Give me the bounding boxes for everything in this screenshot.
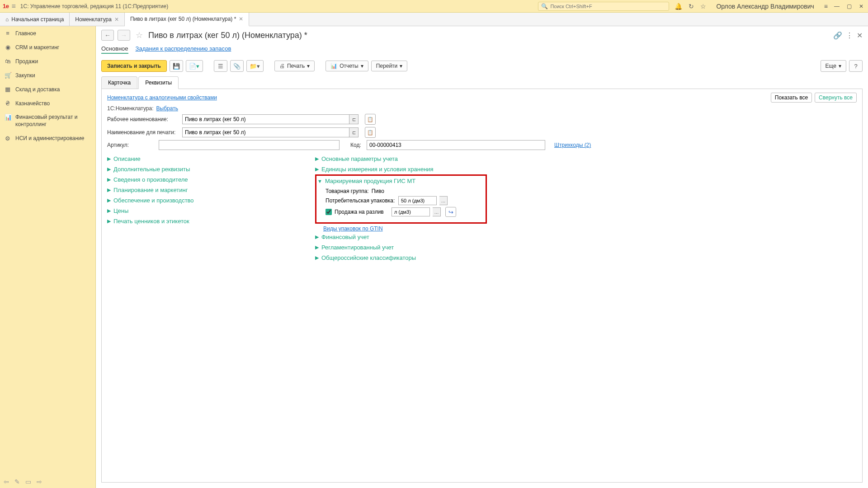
tab-beer-keg[interactable]: Пиво в литрах (кег 50 л) (Номенклатура) … <box>125 13 249 26</box>
goto-button[interactable]: Перейти▾ <box>371 61 408 71</box>
help-button[interactable]: ? <box>849 60 863 72</box>
content-header: ← → ☆ Пиво в литрах (кег 50 л) (Номенкла… <box>96 26 868 42</box>
on-tap-input[interactable] <box>392 207 430 216</box>
group-accounting-params[interactable]: ▶Основные параметры учета <box>315 154 487 164</box>
dropdown-icon[interactable]: ⊏ <box>349 114 359 124</box>
show-all-button[interactable]: Показать все <box>771 93 812 103</box>
sidebar-item-sales[interactable]: 🛍Продажи <box>0 54 95 68</box>
settings-icon[interactable]: ≡ <box>824 3 828 10</box>
gtin-packs-link[interactable]: Виды упаковок по GTIN <box>323 225 383 232</box>
main-menu-icon[interactable]: ≡ <box>11 2 15 10</box>
group-marking[interactable]: ▼Маркируемая продукция ГИС МТ <box>317 176 482 186</box>
marking-highlight-box: ▼Маркируемая продукция ГИС МТ Товарная г… <box>315 174 487 224</box>
group-prices[interactable]: ▶Цены <box>107 206 297 216</box>
collapse-all-button[interactable]: Свернуть все <box>815 93 857 103</box>
money-icon: ₴ <box>5 100 11 107</box>
copy-work-name-button[interactable]: 📋 <box>365 114 376 125</box>
chevron-right-icon: ▶ <box>107 166 111 172</box>
chevron-right-icon: ▶ <box>315 255 319 261</box>
group-print-labels[interactable]: ▶Печать ценников и этикеток <box>107 216 297 226</box>
close-button[interactable]: ✕ <box>857 2 865 10</box>
close-page-icon[interactable]: ✕ <box>857 31 863 40</box>
group-units-storage[interactable]: ▶Единицы измерения и условия хранения <box>315 164 487 174</box>
nav-back-button[interactable]: ← <box>101 30 114 41</box>
group-extra-requisites[interactable]: ▶Дополнительные реквизиты <box>107 164 297 174</box>
work-name-input[interactable] <box>182 114 349 124</box>
chevron-right-icon: ▶ <box>315 166 319 172</box>
article-input[interactable] <box>159 140 340 150</box>
titlebar: 1e ≡ 1С: Управление торговлей, редакция … <box>0 0 868 13</box>
sidebar-item-main[interactable]: ≡Главное <box>0 26 95 40</box>
sidebar-item-admin[interactable]: ⚙НСИ и администрирование <box>0 131 95 146</box>
search-input[interactable] <box>550 4 666 9</box>
forward-icon[interactable]: ⇨ <box>37 478 42 485</box>
history-icon[interactable]: ↻ <box>689 3 694 10</box>
page-subtabs: Основное Задания к распределению запасов <box>96 42 868 57</box>
dropdown-icon[interactable]: ⊏ <box>349 127 359 137</box>
group-description[interactable]: ▶Описание <box>107 154 297 164</box>
create-based-on-button[interactable]: 📄▾ <box>186 60 203 72</box>
attach-button[interactable]: 📎 <box>230 60 244 72</box>
consumer-pack-input[interactable] <box>398 196 437 205</box>
target-icon: ◉ <box>5 44 11 51</box>
group-manufacturer[interactable]: ▶Сведения о производителе <box>107 174 297 185</box>
details-body: Номенклатура с аналогичными свойствами П… <box>101 89 863 483</box>
dots-icon[interactable]: … <box>433 207 441 216</box>
back-icon[interactable]: ⇦ <box>4 478 9 485</box>
search-icon: 🔍 <box>541 3 548 9</box>
maximize-button[interactable]: ▢ <box>845 2 854 10</box>
tab-requisites[interactable]: Реквизиты <box>138 76 179 89</box>
close-icon[interactable]: ✕ <box>239 16 243 22</box>
nav-forward-button[interactable]: → <box>118 30 130 41</box>
chevron-right-icon: ▶ <box>107 156 111 162</box>
sidebar-item-finance[interactable]: 📊Финансовый результат и контроллинг <box>0 110 95 131</box>
search-box[interactable]: 🔍 <box>538 2 669 11</box>
group-supply-production[interactable]: ▶Обеспечение и производство <box>107 195 297 206</box>
on-tap-label: Продажа на разлив <box>335 209 389 215</box>
detail-tabs: Карточка Реквизиты <box>101 76 863 89</box>
close-icon[interactable]: ✕ <box>114 16 119 23</box>
save-button[interactable]: 💾 <box>170 60 183 72</box>
sidebar-item-warehouse[interactable]: ▦Склад и доставка <box>0 82 95 96</box>
bell-icon[interactable]: 🔔 <box>675 3 682 10</box>
print-name-input[interactable] <box>182 127 349 137</box>
window-icon[interactable]: ▭ <box>25 478 31 485</box>
subtab-stock-tasks[interactable]: Задания к распределению запасов <box>136 44 231 54</box>
group-regulated-accounting[interactable]: ▶Регламентированный учет <box>315 242 487 253</box>
nomen-1c-label: 1С:Номенклатура: <box>107 105 154 112</box>
barcodes-link[interactable]: Штрихкоды (2) <box>554 142 591 148</box>
edit-icon[interactable]: ✎ <box>14 478 20 485</box>
link-icon[interactable]: 🔗 <box>833 31 842 40</box>
nomen-1c-pick[interactable]: Выбрать <box>156 105 178 112</box>
group-planning[interactable]: ▶Планирование и маркетинг <box>107 185 297 195</box>
toolbar: Записать и закрыть 💾 📄▾ ☰ 📎 📁▾ 🖨Печать▾ … <box>96 57 868 75</box>
more-button[interactable]: Еще▾ <box>821 60 846 72</box>
tab-nomenclature[interactable]: Номенклатура ✕ <box>70 13 125 26</box>
code-input[interactable] <box>367 140 545 150</box>
chevron-right-icon: ▶ <box>107 208 111 214</box>
print-button[interactable]: 🖨Печать▾ <box>274 61 315 71</box>
tab-home[interactable]: ⌂ Начальная страница <box>0 13 70 26</box>
tab-card[interactable]: Карточка <box>101 76 137 89</box>
similar-link[interactable]: Номенклатура с аналогичными свойствами <box>107 94 217 101</box>
copy-print-name-button[interactable]: 📋 <box>365 127 376 138</box>
dots-icon[interactable]: … <box>439 196 448 205</box>
folder-dropdown-button[interactable]: 📁▾ <box>246 60 264 72</box>
favorite-icon[interactable]: ☆ <box>136 30 143 40</box>
user-name[interactable]: Орлов Александр Владимирович <box>716 3 814 10</box>
group-finance-accounting[interactable]: ▶Финансовый учет <box>315 232 487 242</box>
on-tap-checkbox[interactable] <box>326 209 332 215</box>
kebab-icon[interactable]: ⋮ <box>846 31 853 40</box>
group-classifiers[interactable]: ▶Общероссийские классификаторы <box>315 253 487 263</box>
reports-button[interactable]: 📊Отчеты▾ <box>326 61 368 71</box>
star-icon[interactable]: ☆ <box>700 3 706 10</box>
sidebar: ≡Главное ◉CRM и маркетинг 🛍Продажи 🛒Заку… <box>0 26 96 488</box>
minimize-button[interactable]: — <box>832 2 841 10</box>
sidebar-item-crm[interactable]: ◉CRM и маркетинг <box>0 40 95 54</box>
list-button[interactable]: ☰ <box>214 60 227 72</box>
save-close-button[interactable]: Записать и закрыть <box>101 60 167 72</box>
sidebar-item-treasury[interactable]: ₴Казначейство <box>0 96 95 110</box>
sidebar-item-purchases[interactable]: 🛒Закупки <box>0 68 95 82</box>
subtab-main[interactable]: Основное <box>101 44 128 54</box>
refresh-arrow-button[interactable]: ↪ <box>445 207 456 217</box>
